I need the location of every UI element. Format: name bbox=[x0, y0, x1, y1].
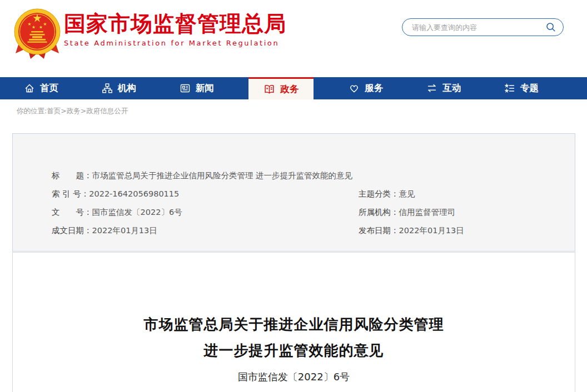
site-header: 国家市场监督管理总局 State Administration for Mark… bbox=[0, 0, 587, 77]
page: 国家市场监督管理总局 State Administration for Mark… bbox=[0, 0, 587, 392]
document-body-panel: 市场监管总局关于推进企业信用风险分类管理 进一步提升监管效能的意见 国市监信发〔… bbox=[12, 252, 575, 392]
document-number-value: 国市监信发〔2022〕6号 bbox=[92, 208, 182, 217]
category-value: 意见 bbox=[399, 189, 415, 198]
nav-item-label: 新闻 bbox=[196, 82, 214, 94]
breadcrumb: 你的位置:首页>政务>政府信息公开 bbox=[17, 107, 128, 116]
nav-item-service[interactable]: 服务 bbox=[340, 77, 391, 99]
nav-item-interaction[interactable]: 互动 bbox=[418, 77, 469, 99]
main-nav: 首页 机构 新闻 bbox=[0, 77, 587, 99]
written-date-label: 成文日期： bbox=[52, 226, 92, 235]
search-icon[interactable] bbox=[545, 22, 556, 33]
publish-date-label: 发布日期： bbox=[359, 226, 399, 235]
category-label: 主题分类： bbox=[359, 189, 399, 198]
nav-item-label: 首页 bbox=[40, 82, 58, 94]
topics-list-icon bbox=[504, 83, 515, 94]
organization-icon bbox=[102, 83, 113, 94]
search-box bbox=[402, 18, 564, 36]
news-icon bbox=[180, 83, 191, 94]
nav-item-label: 政务 bbox=[280, 83, 299, 96]
agency-label: 所属机构： bbox=[359, 208, 399, 217]
nav-item-label: 服务 bbox=[365, 82, 383, 94]
info-row-title: 标 题：市场监管总局关于推进企业信用风险分类管理 进一步提升监管效能的意见 bbox=[13, 170, 575, 180]
nav-item-label: 专题 bbox=[520, 82, 539, 94]
publish-date-value: 2022年01月13日 bbox=[399, 226, 464, 235]
home-icon bbox=[24, 83, 35, 94]
nav-item-topics[interactable]: 专题 bbox=[496, 77, 547, 99]
document-number-label: 文 号： bbox=[52, 208, 92, 217]
interaction-arrows-icon bbox=[426, 83, 437, 94]
site-title: 国家市场监督管理总局 bbox=[64, 12, 286, 36]
agency-value: 信用监督管理司 bbox=[399, 208, 456, 217]
info-row-docno-agency: 文 号：国市监信发〔2022〕6号 所属机构：信用监督管理司 bbox=[13, 207, 575, 217]
document-number: 国市监信发〔2022〕6号 bbox=[13, 370, 575, 384]
site-title-english: State Administration for Market Regulati… bbox=[64, 39, 286, 47]
written-date-value: 2022年01月13日 bbox=[92, 226, 157, 235]
nav-item-label: 机构 bbox=[118, 82, 136, 94]
document-title-line1: 市场监管总局关于推进企业信用风险分类管理 bbox=[13, 315, 575, 334]
nav-item-organization[interactable]: 机构 bbox=[93, 77, 145, 99]
index-number-value: 2022-1642056980115 bbox=[89, 189, 179, 198]
search-input[interactable] bbox=[411, 23, 545, 32]
nav-item-news[interactable]: 新闻 bbox=[171, 77, 222, 99]
title-label: 标 题： bbox=[52, 171, 92, 180]
china-national-emblem-icon bbox=[13, 7, 61, 60]
info-row-dates: 成文日期：2022年01月13日 发布日期：2022年01月13日 bbox=[13, 225, 575, 235]
nav-item-home[interactable]: 首页 bbox=[16, 77, 67, 99]
nav-item-government-affairs[interactable]: 政务 bbox=[248, 77, 314, 99]
index-number-label: 索 引 号： bbox=[52, 189, 89, 198]
nav-item-label: 互动 bbox=[442, 82, 461, 94]
info-row-index-category: 索 引 号：2022-1642056980115 主题分类：意见 bbox=[13, 189, 575, 199]
document-title-line2: 进一步提升监管效能的意见 bbox=[13, 341, 575, 360]
service-heart-icon bbox=[349, 83, 360, 94]
government-affairs-icon bbox=[263, 83, 275, 95]
document-info-panel: 标 题：市场监管总局关于推进企业信用风险分类管理 进一步提升监管效能的意见 索 … bbox=[12, 133, 575, 252]
title-value: 市场监管总局关于推进企业信用风险分类管理 进一步提升监管效能的意见 bbox=[92, 171, 353, 180]
site-brand: 国家市场监督管理总局 State Administration for Mark… bbox=[64, 12, 286, 47]
